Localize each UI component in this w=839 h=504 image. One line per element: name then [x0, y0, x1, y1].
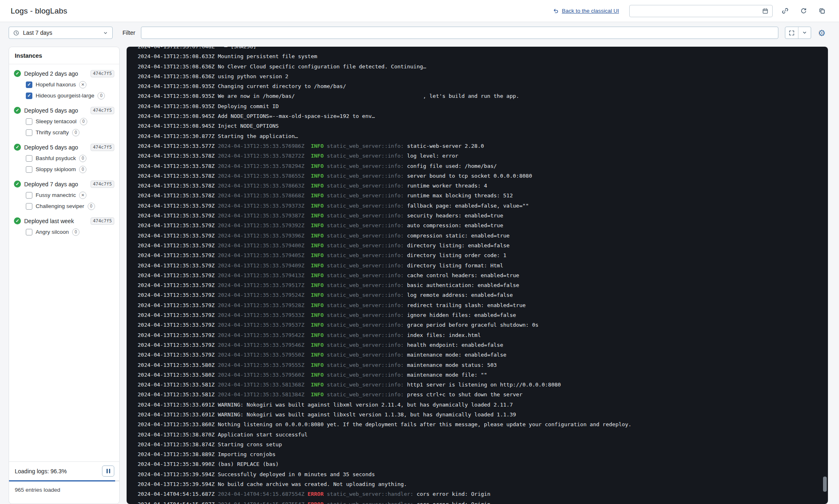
log-line: 2024-04-13T12:35:33.580Z 2024-04-13T12:3… [138, 370, 828, 380]
deployment-label: Deployed 2 days ago [24, 70, 78, 77]
filter-label: Filter [122, 29, 135, 36]
log-line: 2024-04-13T12:35:33.579Z 2024-04-13T12:3… [138, 231, 828, 241]
instance-row[interactable]: Sleepy tentacool0 [26, 116, 114, 127]
log-line: 2024-04-13T12:35:33.579Z 2024-04-13T12:3… [138, 261, 828, 271]
log-scrollbar-thumb[interactable] [823, 477, 827, 492]
instance-row[interactable]: Thrifty scrafty0 [26, 127, 114, 138]
instance-row[interactable]: Sloppy skiploom0 [26, 164, 114, 175]
log-line: 2024-04-13T12:35:39.594Z No build cache … [138, 479, 828, 489]
display-options: ⚙ [785, 27, 828, 39]
logs-page: Logs - blogLabs Back to the classical UI [0, 0, 839, 504]
instance-row[interactable]: Angry silcoon0 [26, 226, 114, 237]
instance-label: Hopeful haxorus [36, 81, 76, 88]
filter-input[interactable] [141, 27, 778, 39]
deployed-check-icon: ✓ [14, 70, 21, 77]
instance-checkbox[interactable]: ✓ [26, 81, 32, 88]
topbar-actions: Back to the classical UI [553, 5, 828, 17]
log-line: 2024-04-13T12:35:33.579Z 2024-04-13T12:3… [138, 320, 828, 330]
instance-count-badge: 0 [88, 203, 95, 210]
instance-row[interactable]: Challenging seviper0 [26, 201, 114, 212]
gear-icon: ⚙ [818, 29, 826, 37]
log-line: 2024-04-13T12:35:33.578Z 2024-04-13T12:3… [138, 161, 828, 171]
filter-toolbar: Last 7 days Filter ⚙ [0, 22, 839, 43]
copy-icon [819, 7, 825, 14]
deployment-group-header[interactable]: ✓Deployed 2 days ago474c7f5 [14, 68, 114, 79]
refresh-button[interactable] [797, 5, 810, 17]
log-line: 2024-04-13T12:35:33.580Z 2024-04-13T12:3… [138, 360, 828, 370]
instance-label: Sloppy skiploom [36, 166, 76, 172]
deployment-group: ✓Deployed 5 days ago474c7f5Bashful psydu… [14, 142, 114, 175]
instance-count-badge: 0 [72, 129, 79, 136]
deployment-group: ✓Deployed 5 days ago474c7f5Sleepy tentac… [14, 105, 114, 138]
instance-label: Sleepy tentacool [36, 118, 77, 124]
instance-checkbox[interactable] [26, 118, 32, 125]
deployment-group-header[interactable]: ✓Deployed 5 days ago474c7f5 [14, 142, 114, 153]
log-line: 2024-04-13T12:35:38.874Z Starting crons … [138, 440, 828, 450]
fullscreen-button[interactable] [785, 27, 798, 38]
commit-badge: 474c7f5 [91, 144, 114, 151]
scroll-to-bottom-button[interactable] [798, 27, 811, 38]
instance-checkbox[interactable] [26, 155, 32, 162]
view-button-group [785, 27, 811, 39]
instance-checkbox[interactable] [26, 229, 32, 235]
log-line: 2024-04-13T12:35:33.579Z 2024-04-13T12:3… [138, 290, 828, 300]
log-line: 2024-04-13T12:35:38.889Z Importing cronj… [138, 450, 828, 459]
instance-row[interactable]: ✓Hideous gourgeist-large0 [26, 90, 114, 101]
settings-button[interactable]: ⚙ [816, 27, 828, 39]
pause-loading-button[interactable] [102, 466, 114, 477]
calendar-icon[interactable] [762, 8, 769, 14]
copy-button[interactable] [816, 5, 828, 17]
deployment-group-header[interactable]: ✓Deployed 5 days ago474c7f5 [14, 105, 114, 116]
log-line: 2024-04-13T12:35:08.935Z Deploying commi… [138, 102, 828, 111]
instance-checkbox[interactable]: ✓ [26, 93, 32, 99]
instance-label: Fussy manectric [36, 192, 76, 198]
instance-checkbox[interactable] [26, 166, 32, 173]
instance-row[interactable]: ✓Hopeful haxorus✕ [26, 79, 114, 90]
instance-label: Thrifty scrafty [36, 129, 69, 136]
commit-badge: 474c7f5 [91, 217, 114, 225]
commit-badge: 474c7f5 [91, 70, 114, 77]
instance-label: Bashful psyduck [36, 155, 76, 161]
instances-title: Instances [9, 47, 119, 64]
log-panel: 2024-04-13T12:35:07.048Z — [SHA256]2024-… [127, 47, 828, 504]
log-line: 2024-04-14T04:54:15.687Z 2024-04-14T04:5… [138, 499, 828, 504]
deployment-group: ✓Deployed last week474c7f5Angry silcoon0 [14, 215, 114, 237]
log-line: 2024-04-13T12:35:33.578Z 2024-04-13T12:3… [138, 151, 828, 161]
log-line: 2024-04-13T12:35:33.579Z 2024-04-13T12:3… [138, 330, 828, 340]
instance-checkbox[interactable] [26, 203, 32, 210]
log-line: 2024-04-13T12:35:08.945Z Add NODE_OPTION… [138, 111, 828, 121]
deployed-check-icon: ✓ [14, 217, 21, 224]
instance-row[interactable]: Bashful psyduck0 [26, 153, 114, 164]
instance-count-badge: 0 [98, 92, 105, 99]
deployed-check-icon: ✓ [14, 107, 21, 114]
instance-row[interactable]: Fussy manectric✕ [26, 190, 114, 201]
permalink-button[interactable] [779, 5, 791, 17]
entries-loaded-label: 965 entries loaded [9, 481, 119, 504]
instance-count-badge: 0 [79, 155, 86, 162]
log-line: 2024-04-13T12:35:08.935Z We are now in /… [138, 91, 828, 101]
log-line: 2024-04-13T12:35:08.633Z Mounting persis… [138, 52, 828, 61]
instance-checkbox[interactable] [26, 129, 32, 136]
back-to-classic-link[interactable]: Back to the classical UI [553, 8, 619, 14]
instances-sidebar: Instances ✓Deployed 2 days ago474c7f5✓Ho… [9, 47, 120, 504]
log-line: 2024-04-13T12:35:33.860Z Nothing listeni… [138, 420, 828, 429]
instance-label: Hideous gourgeist-large [36, 93, 94, 99]
log-line: 2024-04-13T12:35:38.990Z (bas) REPLACE (… [138, 459, 828, 469]
deployment-label: Deployed 7 days ago [24, 181, 78, 188]
log-line: 2024-04-13T12:35:33.579Z 2024-04-13T12:3… [138, 301, 828, 310]
deployment-group-header[interactable]: ✓Deployed 7 days ago474c7f5 [14, 179, 114, 190]
log-line: 2024-04-13T12:35:08.935Z Changing curren… [138, 81, 828, 91]
pause-icon [107, 469, 108, 473]
log-line: 2024-04-13T12:35:08.636Z No Clever Cloud… [138, 62, 828, 72]
log-line: 2024-04-13T12:35:39.594Z Successfully de… [138, 470, 828, 479]
instance-checkbox[interactable] [26, 192, 32, 199]
date-range-input[interactable] [633, 8, 762, 14]
deployment-group-header[interactable]: ✓Deployed last week474c7f5 [14, 215, 114, 226]
refresh-icon [800, 7, 807, 14]
log-line: 2024-04-13T12:35:38.870Z Application sta… [138, 430, 828, 440]
chevron-down-icon [802, 30, 807, 36]
log-line: 2024-04-13T12:35:33.578Z 2024-04-13T12:3… [138, 171, 828, 181]
loading-section: Loading logs: 96.3% 965 entries loaded [9, 461, 119, 504]
time-range-dropdown[interactable]: Last 7 days [9, 27, 113, 39]
log-line: 2024-04-13T12:35:08.636Z using python ve… [138, 72, 828, 81]
